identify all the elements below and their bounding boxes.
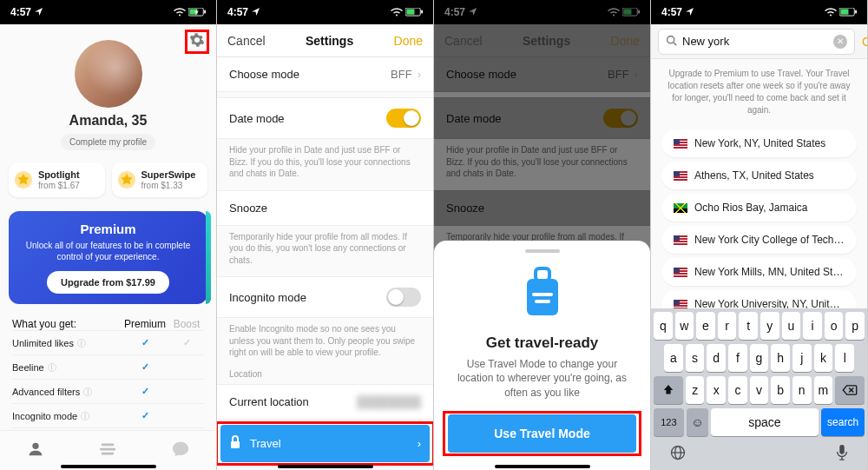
feature-row: Incognito modei✓ [12,403,204,427]
info-icon[interactable]: i [81,412,89,420]
key-a[interactable]: a [664,344,683,372]
search-result[interactable]: New York Mills, MN, United States [661,258,857,286]
star-icon [117,170,136,189]
complete-profile-button[interactable]: Complete my profile [61,134,155,150]
key-f[interactable]: f [728,344,747,372]
backspace-key[interactable] [835,376,865,404]
key-g[interactable]: g [750,344,769,372]
result-label: Ocho Rios Bay, Jamaica [694,202,808,214]
key-q[interactable]: q [654,312,673,340]
gear-icon[interactable] [189,32,205,51]
premium-check: ✓ [121,410,169,421]
key-i[interactable]: i [803,312,822,340]
row-label: Incognito mode [229,291,306,304]
svg-rect-22 [855,10,857,14]
flag-icon [674,300,687,309]
incognito-row[interactable]: Incognito mode [217,276,433,318]
keyboard: qwertyuiop asdfghjkl zxcvbnm 123 ☺ space… [651,308,867,470]
space-key[interactable]: space [711,408,819,436]
key-x[interactable]: x [707,376,726,404]
toggle-on[interactable] [386,109,421,128]
spotlight-card[interactable]: Spotlightfrom $1.67 [9,162,105,197]
key-l[interactable]: l [835,344,854,372]
location-arrow-icon [686,6,694,18]
profile-tab-icon[interactable] [26,440,45,462]
col-what: What you get: [12,318,121,330]
numbers-key[interactable]: 123 [654,408,684,436]
key-d[interactable]: d [707,344,726,372]
grabber[interactable] [525,249,560,253]
feature-row: Unlimited likesi✓✓ [12,330,204,354]
premium-card[interactable]: Premium Unlock all of our features to be… [9,211,207,304]
key-v[interactable]: v [750,376,769,404]
search-result[interactable]: Ocho Rios Bay, Jamaica [661,194,857,222]
status-bar: 4:57 [651,0,867,24]
svg-rect-16 [527,279,558,315]
search-input-wrap[interactable]: ✕ [658,29,855,55]
key-e[interactable]: e [696,312,715,340]
location-arrow-icon [252,6,260,18]
avatar[interactable] [75,40,142,108]
key-z[interactable]: z [686,376,705,404]
key-p[interactable]: p [845,312,865,340]
current-location-row[interactable]: Current location ████████ [217,384,433,420]
section-header: Location [217,364,433,379]
mic-key[interactable] [835,444,849,465]
date-mode-row[interactable]: Date mode [217,97,433,139]
info-icon[interactable]: i [83,387,92,396]
flag-icon [674,268,687,277]
upgrade-note: Upgrade to Premium to use Travel. Your T… [651,59,867,125]
info-icon[interactable]: i [77,339,86,348]
toggle-off[interactable] [386,288,421,307]
emoji-key[interactable]: ☺ [687,408,708,436]
key-b[interactable]: b [771,376,790,404]
choose-mode-row[interactable]: Choose mode BFF› [217,57,433,92]
premium-check: ✓ [121,361,169,373]
key-t[interactable]: t [739,312,758,340]
result-label: New York City College of Technology, NY,… [694,234,845,246]
row-desc: Enable Incognito mode so no one sees you… [217,318,433,364]
settings-navbar: Cancel Settings Done [217,24,433,57]
chat-tab-icon[interactable] [171,440,190,462]
cancel-button[interactable]: Cancel [862,35,868,49]
hive-tab-icon[interactable] [97,440,118,462]
svg-point-5 [32,442,38,448]
svg-rect-12 [231,441,240,448]
key-n[interactable]: n [792,376,812,404]
done-button[interactable]: Done [394,34,423,48]
key-w[interactable]: w [675,312,694,340]
travel-row[interactable]: Travel › [220,425,430,462]
search-result[interactable]: Athens, TX, United States [661,162,857,189]
clear-icon[interactable]: ✕ [833,35,847,49]
key-k[interactable]: k [814,344,833,372]
search-key[interactable]: search [821,408,865,436]
globe-key[interactable] [669,444,687,465]
key-c[interactable]: c [728,376,747,404]
shift-key[interactable] [654,376,683,404]
chevron-right-icon: › [418,437,421,450]
feature-row: Beelinei✓ [12,354,204,379]
feature-row: Advanced filtersi✓ [12,379,204,403]
search-input[interactable] [682,35,828,48]
battery-icon [188,8,206,17]
superswipe-card[interactable]: SuperSwipefrom $1.33 [112,162,208,197]
search-result[interactable]: New York City College of Technology, NY,… [661,226,857,254]
svg-rect-17 [536,268,549,281]
key-s[interactable]: s [686,344,705,372]
key-h[interactable]: h [771,344,790,372]
key-o[interactable]: o [825,312,844,340]
key-u[interactable]: u [782,312,801,340]
key-m[interactable]: m [814,376,833,404]
row-desc: Temporarily hide your profile from all m… [217,226,433,272]
key-y[interactable]: y [760,312,779,340]
cancel-button[interactable]: Cancel [227,34,266,48]
upgrade-button[interactable]: Upgrade from $17.99 [47,271,169,294]
snooze-row[interactable]: Snooze [217,190,433,226]
key-r[interactable]: r [718,312,737,340]
info-icon[interactable]: i [48,363,56,372]
search-bar: ✕ Cancel [651,24,867,59]
use-travel-button[interactable]: Use Travel Mode [448,414,636,453]
flag-icon [674,203,687,213]
search-result[interactable]: New York, NY, United States [661,129,857,157]
key-j[interactable]: j [792,344,812,372]
